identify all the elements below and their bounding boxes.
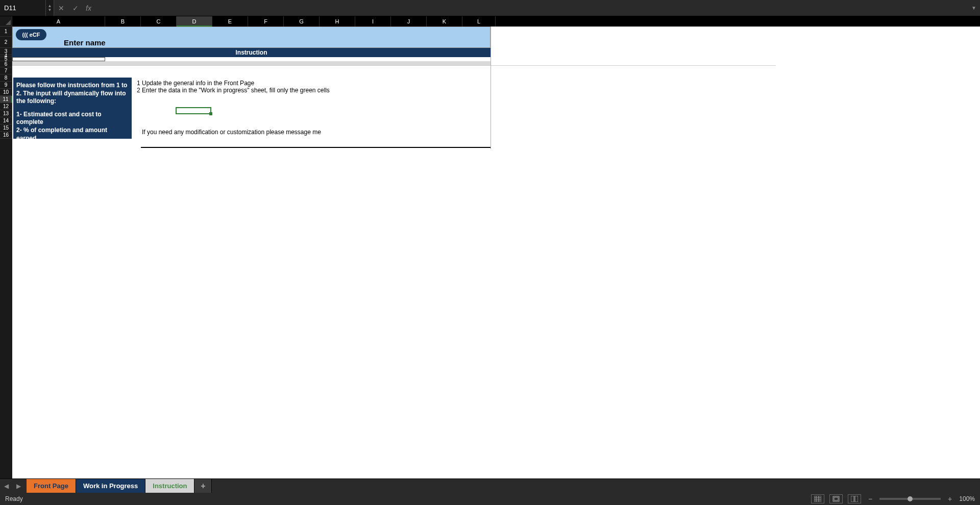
accept-formula-icon[interactable]: ✓ <box>68 4 83 12</box>
row-header-5[interactable]: 5 <box>0 57 12 61</box>
formula-input[interactable] <box>94 0 968 16</box>
formula-expand-icon[interactable]: ▼ <box>968 5 980 11</box>
row-header-16[interactable]: 16 <box>0 132 12 139</box>
white-strip <box>12 57 105 61</box>
step-2-text: Enter the data in the "Work in progress"… <box>142 87 330 94</box>
svg-rect-7 <box>851 496 854 502</box>
view-page-layout-icon[interactable] <box>829 494 843 503</box>
stepper-down-icon[interactable]: ▼ <box>46 8 54 12</box>
row-header-7[interactable]: 7 <box>0 67 12 74</box>
column-header-g[interactable]: G <box>284 16 320 27</box>
row-header-1[interactable]: 1 <box>0 27 12 37</box>
column-header-j[interactable]: J <box>391 16 427 27</box>
svg-rect-8 <box>855 496 858 502</box>
instruction-header-bar: Instruction <box>12 48 491 57</box>
row-header-2[interactable]: 2 <box>0 37 12 48</box>
formula-bar: D11 ▲ ▼ ✕ ✓ fx ▼ <box>0 0 980 16</box>
status-right: − + 100% <box>811 494 975 503</box>
name-box[interactable]: D11 <box>0 0 46 16</box>
column-header-c[interactable]: C <box>141 16 177 27</box>
tab-work-in-progress[interactable]: Work in Progress <box>76 479 145 493</box>
step-1-text: Update the general info in the Front Pag… <box>142 80 254 87</box>
column-header-a[interactable]: A <box>12 16 105 27</box>
column-header-k[interactable]: K <box>427 16 462 27</box>
row-header-10[interactable]: 10 <box>0 89 12 96</box>
zoom-slider-thumb[interactable] <box>908 496 913 501</box>
sheet-tab-bar: ◀ ▶ Front Page Work in Progress Instruct… <box>0 478 980 493</box>
status-bar: Ready − + 100% <box>0 493 980 505</box>
row-header-8[interactable]: 8 <box>0 74 12 82</box>
zoom-percent[interactable]: 100% <box>959 495 975 502</box>
selected-cell-d11[interactable] <box>176 107 211 114</box>
tab-add[interactable]: + <box>194 479 212 493</box>
svg-rect-0 <box>814 496 821 502</box>
step-1-number: 1 <box>137 80 140 87</box>
bottom-border-line <box>141 147 491 148</box>
row-header-13[interactable]: 13 <box>0 110 12 117</box>
gray-strip <box>12 61 491 65</box>
row-header-9[interactable]: 9 <box>0 82 12 89</box>
zoom-slider[interactable] <box>879 498 941 500</box>
column-header-l[interactable]: L <box>462 16 496 27</box>
tab-nav-next[interactable]: ▶ <box>12 483 24 490</box>
view-page-break-icon[interactable] <box>848 494 861 503</box>
sheet-canvas[interactable]: ((( eCF Enter name Instruction Please fo… <box>12 27 980 478</box>
cancel-formula-icon[interactable]: ✕ <box>54 4 68 12</box>
zoom-in-button[interactable]: + <box>946 495 954 503</box>
column-headers: ABCDEFGHIJKL <box>0 16 980 27</box>
column-header-f[interactable]: F <box>248 16 284 27</box>
column-header-h[interactable]: H <box>320 16 355 27</box>
row5-gridline <box>12 65 776 66</box>
title-banner: ((( eCF Enter name <box>12 27 491 48</box>
step-2-number: 2 <box>137 87 140 94</box>
column-header-i[interactable]: I <box>355 16 391 27</box>
status-ready: Ready <box>5 495 23 502</box>
side-panel-point-1: 1- Estimated cost and cost to complete <box>16 111 129 127</box>
fill-handle[interactable] <box>209 112 212 115</box>
side-panel-point-3: 2- Over/Under billings <box>16 142 129 150</box>
select-all-corner[interactable] <box>0 16 12 27</box>
view-normal-icon[interactable] <box>811 494 824 503</box>
side-panel-point-2: 2- % of completion and amount earned <box>16 127 129 142</box>
sheet-tabs: Front Page Work in Progress Instruction … <box>27 479 212 493</box>
side-panel-intro: Please follow the instruction from 1 to … <box>16 82 129 106</box>
grid-area: 12345678910111213141516 ((( eCF Enter na… <box>0 27 980 478</box>
customization-message: If you need any modification or customiz… <box>142 129 321 136</box>
row-headers: 12345678910111213141516 <box>0 27 12 478</box>
tab-nav-prev[interactable]: ◀ <box>0 483 12 490</box>
zoom-out-button[interactable]: − <box>866 495 874 503</box>
instruction-header-text: Instruction <box>206 48 298 57</box>
data-right-edge <box>491 27 491 149</box>
instruction-side-panel: Please follow the instruction from 1 to … <box>13 78 132 139</box>
column-header-b[interactable]: B <box>105 16 141 27</box>
row-header-11[interactable]: 11 <box>0 96 12 103</box>
ecf-badge: ((( eCF <box>16 29 46 40</box>
fx-label[interactable]: fx <box>83 4 94 12</box>
tab-instruction[interactable]: Instruction <box>145 479 194 493</box>
tab-front-page[interactable]: Front Page <box>27 479 76 493</box>
row-header-12[interactable]: 12 <box>0 103 12 110</box>
row-header-14[interactable]: 14 <box>0 117 12 124</box>
row-header-15[interactable]: 15 <box>0 124 12 132</box>
name-box-stepper[interactable]: ▲ ▼ <box>46 0 54 16</box>
enter-name-label: Enter name <box>64 38 106 47</box>
column-header-e[interactable]: E <box>212 16 248 27</box>
row-header-6[interactable]: 6 <box>0 61 12 67</box>
svg-rect-6 <box>834 497 838 500</box>
column-header-d[interactable]: D <box>177 16 212 27</box>
